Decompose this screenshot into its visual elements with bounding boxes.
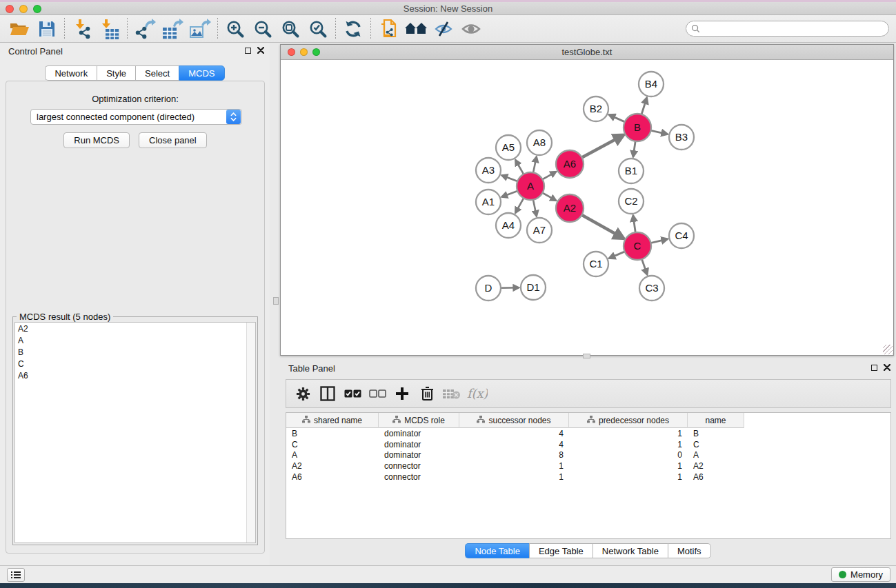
node-table[interactable]: shared name MCDS role successor nodes pr… <box>286 412 891 539</box>
network-file-icon[interactable] <box>375 17 402 41</box>
gear-icon[interactable] <box>292 382 314 405</box>
function-builder-icon[interactable]: f(x) <box>466 382 488 405</box>
select-all-icon[interactable] <box>341 382 364 405</box>
search-box[interactable] <box>686 21 889 37</box>
chevron-up-down-icon <box>226 110 241 124</box>
cell-predecessor-nodes[interactable]: 1 <box>569 472 688 482</box>
cell-MCDS-role[interactable]: connector <box>379 472 459 482</box>
control-panel-tabs: NetworkStyleSelectMCDS <box>0 65 270 81</box>
table-row[interactable]: Bdominator41B <box>286 428 890 439</box>
import-network-icon[interactable] <box>68 17 96 41</box>
cell-shared-name[interactable]: A6 <box>286 472 379 482</box>
mcds-result-item[interactable]: C <box>15 358 255 369</box>
column-header-shared-name[interactable]: shared name <box>286 413 379 428</box>
column-layout-icon[interactable] <box>317 382 339 405</box>
tab-select[interactable]: Select <box>135 65 179 81</box>
memory-button[interactable]: Memory <box>831 567 890 582</box>
cell-predecessor-nodes[interactable]: 1 <box>569 440 688 449</box>
cell-shared-name[interactable]: A2 <box>286 461 379 471</box>
show-eye-icon[interactable] <box>457 17 485 41</box>
cell-successor-nodes[interactable]: 1 <box>459 472 569 482</box>
delete-column-icon[interactable] <box>416 382 438 405</box>
save-icon[interactable] <box>33 17 61 41</box>
cell-name[interactable]: A6 <box>688 472 744 482</box>
tab-motifs[interactable]: Motifs <box>668 543 711 558</box>
close-panel-icon[interactable] <box>257 47 264 54</box>
column-header-predecessor-nodes[interactable]: predecessor nodes <box>569 413 688 428</box>
cell-shared-name[interactable]: C <box>286 440 379 449</box>
table-row[interactable]: A6connector11A6 <box>286 472 890 483</box>
zoom-fit-icon[interactable] <box>277 17 304 41</box>
column-header-MCDS-role[interactable]: MCDS role <box>379 413 459 428</box>
cell-successor-nodes[interactable]: 4 <box>459 440 569 449</box>
float-panel-icon[interactable] <box>245 48 251 54</box>
cell-successor-nodes[interactable]: 4 <box>459 429 569 438</box>
float-table-panel-icon[interactable] <box>871 365 877 371</box>
close-table-panel-icon[interactable] <box>884 364 890 371</box>
network-graph[interactable]: AA1A2A3A4A5A6A7A8BB1B2B3B4CC1C2C3C4DD1 <box>281 60 893 355</box>
hierarchy-icon <box>302 416 310 425</box>
list-scrollbar[interactable] <box>246 323 255 543</box>
deselect-all-icon[interactable] <box>366 382 388 405</box>
mcds-result-item[interactable]: A <box>15 334 255 346</box>
export-table-icon[interactable] <box>159 17 186 41</box>
export-image-icon[interactable] <box>186 17 214 41</box>
table-row[interactable]: A2connector11A2 <box>286 460 890 472</box>
toolbar-separator <box>64 18 65 40</box>
node-label-A4: A4 <box>502 219 515 231</box>
cell-shared-name[interactable]: A <box>286 450 379 460</box>
tab-edge-table[interactable]: Edge Table <box>529 543 593 558</box>
mcds-result-item[interactable]: A2 <box>15 323 255 334</box>
cell-MCDS-role[interactable]: dominator <box>379 450 459 460</box>
delete-table-icon[interactable] <box>441 382 463 405</box>
tab-network[interactable]: Network <box>45 65 97 81</box>
tab-node-table[interactable]: Node Table <box>465 543 529 558</box>
resize-grip[interactable] <box>883 345 893 354</box>
run-mcds-button[interactable]: Run MCDS <box>63 132 130 148</box>
cell-MCDS-role[interactable]: dominator <box>379 429 459 438</box>
cell-name[interactable]: A2 <box>688 461 744 471</box>
mcds-result-item[interactable]: B <box>15 346 255 358</box>
cell-MCDS-role[interactable]: connector <box>379 461 459 471</box>
tab-mcds[interactable]: MCDS <box>179 65 224 81</box>
zoom-out-icon[interactable] <box>249 17 277 41</box>
optimization-criterion-label: Optimization criterion: <box>6 94 264 104</box>
close-panel-button[interactable]: Close panel <box>139 132 207 148</box>
refresh-icon[interactable] <box>339 17 367 41</box>
tab-style[interactable]: Style <box>97 65 135 81</box>
hide-panel-eye-icon[interactable] <box>430 17 457 41</box>
network-window-titlebar[interactable]: testGlobe.txt <box>281 45 893 60</box>
cell-predecessor-nodes[interactable]: 0 <box>569 450 688 460</box>
import-table-icon[interactable] <box>96 17 123 41</box>
add-column-icon[interactable] <box>391 382 413 405</box>
splitter-handle-left[interactable] <box>273 297 279 305</box>
network-canvas[interactable]: AA1A2A3A4A5A6A7A8BB1B2B3B4CC1C2C3C4DD1 <box>281 60 893 355</box>
column-header-name[interactable]: name <box>688 413 744 428</box>
cell-successor-nodes[interactable]: 1 <box>459 461 569 471</box>
open-file-icon[interactable] <box>6 17 33 41</box>
table-row[interactable]: Cdominator41C <box>286 439 890 450</box>
tab-network-table[interactable]: Network Table <box>593 543 668 558</box>
splitter-handle-bottom[interactable] <box>583 354 590 358</box>
mcds-result-list[interactable]: A2ABCA6 <box>14 322 256 543</box>
cell-successor-nodes[interactable]: 8 <box>459 450 569 460</box>
svg-text:f(x): f(x) <box>467 386 488 401</box>
export-network-icon[interactable] <box>131 17 159 41</box>
criterion-dropdown[interactable]: largest connected component (directed) <box>30 109 242 125</box>
zoom-in-icon[interactable] <box>221 17 249 41</box>
cell-predecessor-nodes[interactable]: 1 <box>569 461 688 471</box>
mcds-result-item[interactable]: A6 <box>15 369 255 381</box>
cell-MCDS-role[interactable]: dominator <box>379 440 459 449</box>
table-row[interactable]: Adominator80A <box>286 450 890 461</box>
search-input[interactable] <box>704 24 888 34</box>
home-icon[interactable] <box>402 17 430 41</box>
cell-name[interactable]: A <box>688 450 744 460</box>
node-label-C1: C1 <box>589 258 602 270</box>
cell-shared-name[interactable]: B <box>286 429 379 438</box>
cell-name[interactable]: C <box>688 440 744 449</box>
zoom-selected-icon[interactable] <box>304 17 332 41</box>
cell-predecessor-nodes[interactable]: 1 <box>569 429 688 438</box>
column-header-successor-nodes[interactable]: successor nodes <box>459 413 569 428</box>
cell-name[interactable]: B <box>688 429 744 438</box>
task-history-button[interactable] <box>7 568 25 582</box>
